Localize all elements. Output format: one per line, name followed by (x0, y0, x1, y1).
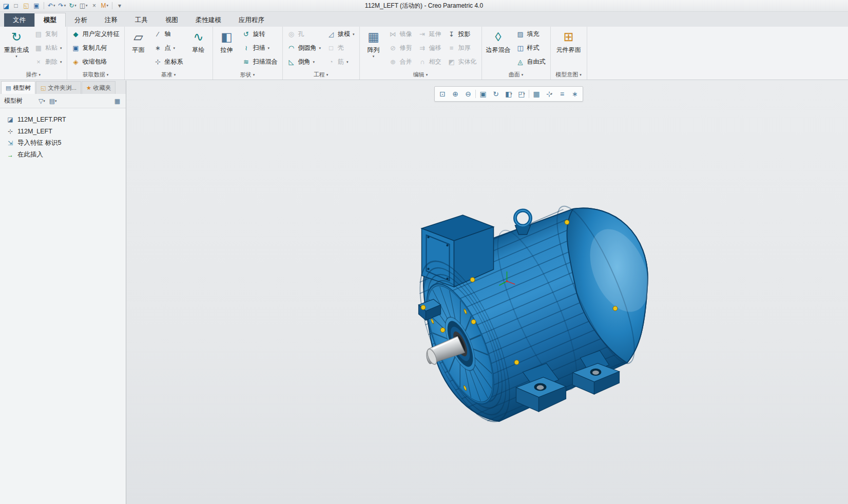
plane-button[interactable]: ▱ 平面 (126, 27, 151, 54)
spin-center-button[interactable]: ∗ (569, 88, 581, 100)
open-file-button[interactable]: ◱ (22, 1, 31, 10)
group-label-model-intent[interactable]: 模型意图 ▾ (552, 70, 585, 79)
repaint-button[interactable]: ↻ (490, 88, 502, 100)
boundary-blend-button[interactable]: ◊ 边界混合 (484, 27, 513, 54)
intersect-button[interactable]: ∩ 相交 (415, 55, 445, 69)
shell-button[interactable]: □ 壳 (324, 41, 347, 55)
project-button[interactable]: ↧ 投影 (445, 27, 474, 41)
chamfer-dropdown-caret[interactable]: ▾ (313, 60, 315, 64)
zoom-out-button[interactable]: ⊖ (462, 88, 474, 100)
tab-favorites[interactable]: ★ 收藏夹 (82, 81, 115, 94)
group-label-engineering[interactable]: 工程 ▾ (284, 70, 358, 79)
shrinkwrap-button[interactable]: ◈ 收缩包络 (69, 55, 110, 69)
tree-item-csys[interactable]: ⊹ 112M_LEFT (0, 125, 126, 137)
view-manager-button[interactable]: ▦ (530, 88, 543, 100)
regenerate-quick-button[interactable]: ↻▾ (68, 1, 78, 10)
tab-folder-browser[interactable]: ◱ 文件夹浏... (36, 81, 81, 94)
sketch-button[interactable]: ∿ 草绘 (186, 27, 211, 54)
chamfer-button[interactable]: ◺ 倒角 ▾ (284, 55, 318, 69)
copy-button[interactable]: ▤ 复制 (31, 27, 61, 41)
fill-button[interactable]: ▨ 填充 (513, 27, 543, 41)
tab-file[interactable]: 文件 (4, 13, 34, 27)
freestyle-button[interactable]: ◬ 自由式 (513, 55, 549, 69)
tab-flexible-modeling[interactable]: 柔性建模 (187, 13, 230, 27)
swept-blend-button[interactable]: ≋ 扫描混合 (239, 55, 281, 69)
refit-button[interactable]: ▣ (477, 88, 489, 100)
copy-label: 复制 (45, 30, 57, 38)
tree-columns-button[interactable]: ▦ (113, 96, 122, 106)
draft-dropdown-caret[interactable]: ▾ (353, 32, 355, 36)
round-button[interactable]: ◠ 倒圆角 ▾ (284, 41, 324, 55)
hole-button[interactable]: ◎ 孔 (284, 27, 307, 41)
freestyle-icon: ◬ (516, 59, 525, 65)
tab-view[interactable]: 视图 (157, 13, 187, 27)
udf-button[interactable]: ◆ 用户定义特征 (69, 27, 123, 41)
copy-geometry-button[interactable]: ▣ 复制几何 (69, 41, 110, 55)
tree-filter-button[interactable]: ▽ ▾ (37, 96, 47, 106)
group-label-surfaces[interactable]: 曲面 ▾ (484, 70, 549, 79)
component-interface-button[interactable]: ⊞ 元件界面 (552, 27, 585, 54)
regenerate-dropdown-caret[interactable]: ▾ (15, 54, 17, 59)
save-button[interactable]: ▣ (32, 1, 41, 10)
mirror-button[interactable]: ⋈ 镜像 (386, 27, 415, 41)
tab-annotate[interactable]: 注释 (96, 13, 126, 27)
datum-display-filters-button[interactable]: ⊹▾ (543, 88, 555, 100)
sweep-dropdown-caret[interactable]: ▾ (268, 46, 270, 50)
window-switcher-button[interactable]: ◫▾ (79, 1, 89, 10)
tab-model[interactable]: 模型 (34, 13, 66, 27)
fill-icon: ▨ (516, 31, 525, 37)
point-button[interactable]: ∗ 点 ▾ (151, 41, 179, 55)
model-intent-button[interactable]: M▾ (100, 1, 110, 10)
regenerate-button[interactable]: ↻ 重新生成 ▾ (2, 27, 31, 59)
group-label-editing[interactable]: 编辑 ▾ (361, 70, 480, 79)
group-label-shapes[interactable]: 形状 ▾ (215, 70, 281, 79)
tree-item-part[interactable]: ◪ 112M_LEFT.PRT (0, 113, 126, 125)
zoom-in-button[interactable]: ⊕ (449, 88, 461, 100)
zoom-box-button[interactable]: ⊡ (436, 88, 449, 100)
round-dropdown-caret[interactable]: ▾ (319, 46, 321, 50)
offset-button[interactable]: ⇉ 偏移 (415, 41, 445, 55)
group-label-get-data[interactable]: 获取数据 ▾ (69, 70, 123, 79)
annotation-display-button[interactable]: ≡ (556, 88, 568, 100)
paste-button[interactable]: ▦ 粘贴 ▾ (31, 41, 65, 55)
group-label-datum[interactable]: 基准 ▾ (126, 70, 211, 79)
rib-button[interactable]: ◔ 筋 ▾ (324, 55, 352, 69)
axis-button[interactable]: ∕ 轴 (151, 27, 174, 41)
draft-button[interactable]: ◿ 拔模 ▾ (324, 27, 358, 41)
tree-item-insert-here[interactable]: → 在此插入 (0, 149, 126, 161)
save-icon: ▣ (33, 3, 39, 9)
3d-viewport[interactable]: ⊡ ⊕ ⊖ ▣ ↻ ◧▾ ◰▾ ▦ ⊹▾ ≡ ∗ (126, 81, 848, 504)
motor-model[interactable] (126, 81, 848, 504)
pattern-button[interactable]: ▦ 阵列 ▾ (361, 27, 386, 59)
merge-button[interactable]: ⊕ 合并 (386, 55, 415, 69)
close-window-button[interactable]: × (90, 1, 99, 10)
undo-button[interactable]: ↶▾ (47, 1, 56, 10)
csys-button[interactable]: ⊹ 坐标系 (151, 55, 186, 69)
sweep-button[interactable]: ≀ 扫描 ▾ (239, 41, 273, 55)
extend-button[interactable]: ⇥ 延伸 (415, 27, 445, 41)
new-file-button[interactable]: □ (11, 1, 21, 10)
saved-orientations-button[interactable]: ◰▾ (515, 88, 528, 100)
pattern-dropdown-caret[interactable]: ▾ (373, 54, 375, 59)
tab-model-tree[interactable]: ▤ 模型树 (1, 81, 35, 94)
extend-label: 延伸 (429, 30, 441, 38)
revolve-button[interactable]: ↺ 旋转 (239, 27, 268, 41)
tab-analysis[interactable]: 分析 (66, 13, 96, 27)
customize-qat-button[interactable]: ▾ (115, 1, 124, 10)
group-label-operations[interactable]: 操作 ▾ (2, 70, 65, 79)
trim-label: 修剪 (400, 44, 412, 52)
creo-window: ◪ □ ◱ ▣ ↶▾ ↷▾ ↻▾ ◫▾ × M▾ ▾ 112M_LEFT (活动… (0, 0, 848, 504)
tab-tools[interactable]: 工具 (126, 13, 157, 27)
extrude-button[interactable]: ◧ 拉伸 (215, 27, 239, 54)
tab-applications[interactable]: 应用程序 (230, 13, 273, 27)
solidify-button[interactable]: ◩ 实体化 (445, 55, 480, 69)
thicken-button[interactable]: ≡ 加厚 (445, 41, 474, 55)
trim-button[interactable]: ⊘ 修剪 (386, 41, 415, 55)
delete-button[interactable]: × 删除 ▾ (31, 55, 65, 69)
style-button[interactable]: ◫ 样式 (513, 41, 543, 55)
point-dropdown-caret[interactable]: ▾ (174, 46, 176, 50)
tree-display-button[interactable]: ▤ ▾ (48, 96, 59, 106)
display-style-button[interactable]: ◧▾ (503, 88, 515, 100)
tree-item-import-feature[interactable]: ⇲ 导入特征 标识5 (0, 137, 126, 149)
redo-button[interactable]: ↷▾ (57, 1, 67, 10)
